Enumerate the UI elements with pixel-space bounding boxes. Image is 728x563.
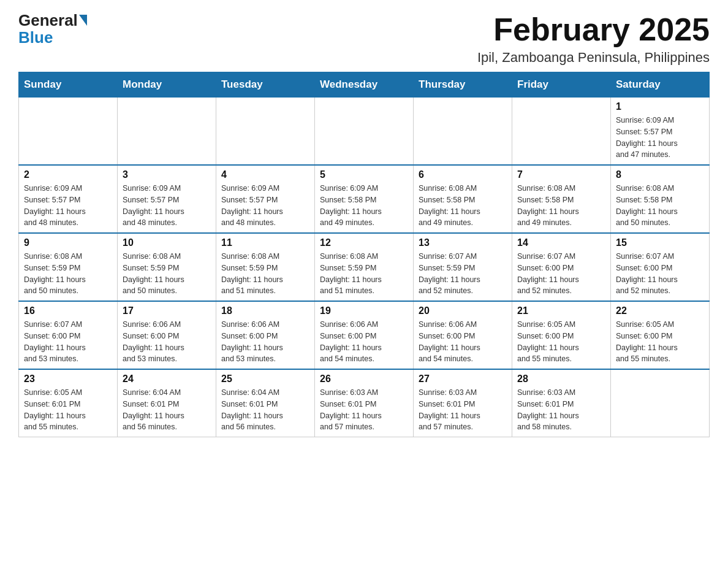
day-info: Sunrise: 6:09 AM Sunset: 5:57 PM Dayligh… — [616, 115, 704, 161]
day-number: 24 — [123, 373, 211, 385]
day-info: Sunrise: 6:09 AM Sunset: 5:57 PM Dayligh… — [24, 183, 112, 229]
day-number: 27 — [419, 373, 507, 385]
day-number: 20 — [419, 305, 507, 316]
calendar-cell — [611, 369, 710, 437]
day-number: 14 — [517, 237, 605, 248]
day-number: 12 — [320, 237, 408, 248]
day-info: Sunrise: 6:06 AM Sunset: 6:00 PM Dayligh… — [123, 319, 211, 365]
day-info: Sunrise: 6:03 AM Sunset: 6:01 PM Dayligh… — [419, 387, 507, 433]
day-number: 18 — [221, 305, 309, 316]
month-year-title: February 2025 — [477, 12, 710, 47]
calendar-cell: 4Sunrise: 6:09 AM Sunset: 5:57 PM Daylig… — [216, 165, 315, 233]
calendar-cell: 9Sunrise: 6:08 AM Sunset: 5:59 PM Daylig… — [19, 233, 118, 301]
calendar-cell — [19, 98, 118, 166]
day-number: 25 — [221, 373, 309, 385]
calendar-week-1: 1Sunrise: 6:09 AM Sunset: 5:57 PM Daylig… — [19, 98, 710, 166]
day-info: Sunrise: 6:08 AM Sunset: 5:58 PM Dayligh… — [517, 183, 605, 229]
day-info: Sunrise: 6:07 AM Sunset: 6:00 PM Dayligh… — [616, 251, 704, 297]
day-info: Sunrise: 6:04 AM Sunset: 6:01 PM Dayligh… — [221, 387, 309, 433]
day-number: 13 — [419, 237, 507, 248]
calendar-cell: 6Sunrise: 6:08 AM Sunset: 5:58 PM Daylig… — [414, 165, 512, 233]
calendar-cell: 17Sunrise: 6:06 AM Sunset: 6:00 PM Dayli… — [118, 301, 216, 369]
calendar-cell: 14Sunrise: 6:07 AM Sunset: 6:00 PM Dayli… — [512, 233, 611, 301]
calendar-cell: 15Sunrise: 6:07 AM Sunset: 6:00 PM Dayli… — [611, 233, 710, 301]
day-info: Sunrise: 6:03 AM Sunset: 6:01 PM Dayligh… — [320, 387, 408, 433]
day-number: 15 — [616, 237, 704, 248]
day-number: 22 — [616, 305, 704, 316]
day-number: 3 — [123, 169, 211, 180]
day-number: 28 — [517, 373, 605, 385]
day-info: Sunrise: 6:05 AM Sunset: 6:01 PM Dayligh… — [24, 387, 112, 433]
calendar-table: SundayMondayTuesdayWednesdayThursdayFrid… — [18, 72, 710, 437]
calendar-cell: 19Sunrise: 6:06 AM Sunset: 6:00 PM Dayli… — [315, 301, 414, 369]
day-info: Sunrise: 6:09 AM Sunset: 5:57 PM Dayligh… — [123, 183, 211, 229]
calendar-cell: 21Sunrise: 6:05 AM Sunset: 6:00 PM Dayli… — [512, 301, 611, 369]
calendar-cell: 24Sunrise: 6:04 AM Sunset: 6:01 PM Dayli… — [118, 369, 216, 437]
calendar-cell: 10Sunrise: 6:08 AM Sunset: 5:59 PM Dayli… — [118, 233, 216, 301]
day-number: 16 — [24, 305, 112, 316]
weekday-header-tuesday: Tuesday — [216, 72, 315, 98]
day-info: Sunrise: 6:06 AM Sunset: 6:00 PM Dayligh… — [419, 319, 507, 365]
weekday-header-friday: Friday — [512, 72, 611, 98]
calendar-cell — [216, 98, 315, 166]
calendar-cell: 22Sunrise: 6:05 AM Sunset: 6:00 PM Dayli… — [611, 301, 710, 369]
calendar-cell: 13Sunrise: 6:07 AM Sunset: 5:59 PM Dayli… — [414, 233, 512, 301]
calendar-week-3: 9Sunrise: 6:08 AM Sunset: 5:59 PM Daylig… — [19, 233, 710, 301]
calendar-week-5: 23Sunrise: 6:05 AM Sunset: 6:01 PM Dayli… — [19, 369, 710, 437]
day-number: 8 — [616, 169, 704, 180]
day-number: 21 — [517, 305, 605, 316]
day-number: 26 — [320, 373, 408, 385]
day-info: Sunrise: 6:03 AM Sunset: 6:01 PM Dayligh… — [517, 387, 605, 433]
weekday-header-saturday: Saturday — [611, 72, 710, 98]
calendar-cell: 20Sunrise: 6:06 AM Sunset: 6:00 PM Dayli… — [414, 301, 512, 369]
day-number: 17 — [123, 305, 211, 316]
day-info: Sunrise: 6:08 AM Sunset: 5:59 PM Dayligh… — [320, 251, 408, 297]
day-number: 19 — [320, 305, 408, 316]
weekday-header-monday: Monday — [118, 72, 216, 98]
page-header: General Blue February 2025 Ipil, Zamboan… — [18, 12, 710, 66]
calendar-cell: 12Sunrise: 6:08 AM Sunset: 5:59 PM Dayli… — [315, 233, 414, 301]
day-number: 23 — [24, 373, 112, 385]
calendar-cell — [118, 98, 216, 166]
day-number: 5 — [320, 169, 408, 180]
day-info: Sunrise: 6:07 AM Sunset: 6:00 PM Dayligh… — [517, 251, 605, 297]
calendar-cell: 27Sunrise: 6:03 AM Sunset: 6:01 PM Dayli… — [414, 369, 512, 437]
location-subtitle: Ipil, Zamboanga Peninsula, Philippines — [477, 50, 710, 66]
calendar-cell: 18Sunrise: 6:06 AM Sunset: 6:00 PM Dayli… — [216, 301, 315, 369]
calendar-week-2: 2Sunrise: 6:09 AM Sunset: 5:57 PM Daylig… — [19, 165, 710, 233]
logo-top: General — [18, 12, 87, 28]
calendar-cell: 7Sunrise: 6:08 AM Sunset: 5:58 PM Daylig… — [512, 165, 611, 233]
calendar-cell: 3Sunrise: 6:09 AM Sunset: 5:57 PM Daylig… — [118, 165, 216, 233]
weekday-header-row: SundayMondayTuesdayWednesdayThursdayFrid… — [19, 72, 710, 98]
day-number: 1 — [616, 101, 704, 112]
day-number: 7 — [517, 169, 605, 180]
day-number: 6 — [419, 169, 507, 180]
calendar-cell: 11Sunrise: 6:08 AM Sunset: 5:59 PM Dayli… — [216, 233, 315, 301]
day-info: Sunrise: 6:06 AM Sunset: 6:00 PM Dayligh… — [320, 319, 408, 365]
calendar-cell — [512, 98, 611, 166]
calendar-body: 1Sunrise: 6:09 AM Sunset: 5:57 PM Daylig… — [19, 98, 710, 437]
calendar-cell: 8Sunrise: 6:08 AM Sunset: 5:58 PM Daylig… — [611, 165, 710, 233]
calendar-cell: 16Sunrise: 6:07 AM Sunset: 6:00 PM Dayli… — [19, 301, 118, 369]
day-info: Sunrise: 6:09 AM Sunset: 5:58 PM Dayligh… — [320, 183, 408, 229]
day-info: Sunrise: 6:05 AM Sunset: 6:00 PM Dayligh… — [616, 319, 704, 365]
calendar-cell: 5Sunrise: 6:09 AM Sunset: 5:58 PM Daylig… — [315, 165, 414, 233]
calendar-cell: 23Sunrise: 6:05 AM Sunset: 6:01 PM Dayli… — [19, 369, 118, 437]
day-info: Sunrise: 6:06 AM Sunset: 6:00 PM Dayligh… — [221, 319, 309, 365]
calendar-cell: 1Sunrise: 6:09 AM Sunset: 5:57 PM Daylig… — [611, 98, 710, 166]
day-info: Sunrise: 6:08 AM Sunset: 5:58 PM Dayligh… — [419, 183, 507, 229]
logo: General Blue — [18, 12, 87, 45]
day-number: 2 — [24, 169, 112, 180]
day-info: Sunrise: 6:07 AM Sunset: 5:59 PM Dayligh… — [419, 251, 507, 297]
logo-arrow-icon — [79, 15, 87, 26]
day-info: Sunrise: 6:09 AM Sunset: 5:57 PM Dayligh… — [221, 183, 309, 229]
weekday-header-thursday: Thursday — [414, 72, 512, 98]
day-number: 11 — [221, 237, 309, 248]
day-number: 9 — [24, 237, 112, 248]
day-number: 4 — [221, 169, 309, 180]
calendar-cell: 2Sunrise: 6:09 AM Sunset: 5:57 PM Daylig… — [19, 165, 118, 233]
day-info: Sunrise: 6:08 AM Sunset: 5:58 PM Dayligh… — [616, 183, 704, 229]
calendar-cell: 25Sunrise: 6:04 AM Sunset: 6:01 PM Dayli… — [216, 369, 315, 437]
day-info: Sunrise: 6:08 AM Sunset: 5:59 PM Dayligh… — [123, 251, 211, 297]
day-info: Sunrise: 6:08 AM Sunset: 5:59 PM Dayligh… — [221, 251, 309, 297]
